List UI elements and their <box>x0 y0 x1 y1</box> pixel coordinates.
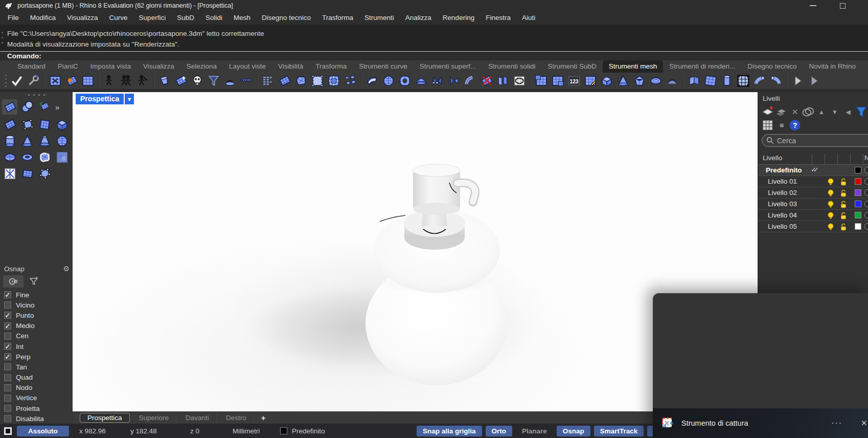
toolbar-tab-visibilità[interactable]: Visibilità <box>272 60 309 73</box>
toolbar-icon-worker[interactable] <box>135 74 150 88</box>
layer-lock-icon[interactable] <box>840 189 847 199</box>
toolbar-tab-strumenti-di-renderi-[interactable]: Strumenti di renderi... <box>663 60 741 73</box>
toolbar-icon-vp-shaded[interactable] <box>48 74 62 88</box>
palette-tab-move-mini[interactable] <box>37 99 52 115</box>
more-options-icon[interactable]: ··· <box>831 419 842 428</box>
checkbox-checked[interactable]: ✓ <box>4 343 11 350</box>
viewport-tab-destro[interactable]: Destro <box>219 413 254 422</box>
toolbar-tab-seleziona[interactable]: Seleziona <box>180 60 223 73</box>
osnap-item-punto[interactable]: ✓Punto <box>4 310 44 320</box>
toolbar-icon-runner[interactable] <box>103 74 117 88</box>
palette-icon-ellipsoid[interactable] <box>2 149 17 165</box>
toolbar-tab-standard[interactable]: Standard <box>11 60 52 73</box>
checkbox-unchecked[interactable] <box>4 374 11 381</box>
palette-icon-tilt-plane[interactable] <box>19 166 35 181</box>
units-label[interactable]: Millimetri <box>233 427 260 435</box>
status-toggle-smarttrack[interactable]: SmartTrack <box>594 426 644 436</box>
current-layer-chip[interactable]: Predefinito <box>280 427 325 435</box>
toolbar-icon-skull[interactable] <box>190 74 204 88</box>
close-icon[interactable]: ✕ <box>861 419 868 428</box>
layer-lock-icon[interactable] <box>840 223 847 232</box>
osnap-item-medio[interactable]: ✓Medio <box>4 321 44 331</box>
toolbar-icon-mesh-book[interactable] <box>687 74 701 88</box>
toolbar-icon-grid-b[interactable] <box>551 74 565 88</box>
layer-material-icon[interactable] <box>864 178 868 185</box>
toolbar-tab-novità-in-rhino[interactable]: Novità in Rhino <box>803 60 862 73</box>
layer-color-swatch[interactable] <box>855 178 861 185</box>
layer-color-swatch[interactable] <box>855 223 861 230</box>
snipping-tool-window[interactable]: Strumento di cattura ··· ✕ <box>653 293 868 438</box>
layer-filter-icon[interactable] <box>855 106 868 118</box>
layer-row-livello-04[interactable]: Livello 04 <box>759 210 868 221</box>
toolbar-icon-wrench[interactable] <box>26 74 40 88</box>
layer-color-swatch[interactable] <box>855 189 861 196</box>
osnap-item-vicino[interactable]: Vicino <box>4 300 44 310</box>
layer-row-livello-01[interactable]: Livello 01 <box>759 176 868 187</box>
palette-icon-poly-pts[interactable] <box>37 166 52 181</box>
delete-layer-icon[interactable]: ✕ <box>788 106 802 118</box>
layers-header-row[interactable]: Livello N <box>759 152 868 165</box>
layer-material-icon[interactable] <box>864 167 868 173</box>
toolbar-icon-mesh-cone[interactable] <box>616 74 630 88</box>
checkbox-unchecked[interactable] <box>4 363 11 370</box>
bw-layer-icon[interactable] <box>4 427 12 435</box>
palette-icon-trunc-cone[interactable] <box>37 133 52 148</box>
palette-icon-patch[interactable] <box>37 149 52 165</box>
layer-row-livello-02[interactable]: Livello 02 <box>759 187 868 199</box>
toolbar-icon-squash[interactable] <box>223 74 237 88</box>
coord-x[interactable]: x 982.96 <box>79 427 106 435</box>
toolbar-icon-check[interactable] <box>10 74 24 88</box>
toolbar-tab-disegno-tecnico[interactable]: Disegno tecnico <box>741 60 803 73</box>
toolbar-icon-tilt-mesh[interactable] <box>278 74 292 88</box>
menu-item-trasforma[interactable]: Trasforma <box>316 11 359 25</box>
checkbox-unchecked[interactable] <box>4 301 11 309</box>
gear-icon[interactable]: ⚙ <box>63 265 70 273</box>
layer-color-swatch[interactable] <box>855 167 861 173</box>
toolbar-icon-bend-tube[interactable] <box>463 74 477 88</box>
layer-material-icon[interactable] <box>864 189 868 196</box>
menu-item-subd[interactable]: SubD <box>171 11 200 25</box>
menu-item-modifica[interactable]: Modifica <box>25 11 61 25</box>
toolbar-grip[interactable] <box>5 75 7 87</box>
toolbar-icon-mesh-disc[interactable] <box>649 74 663 88</box>
toolbar-icon-arrow-r2[interactable] <box>807 74 821 88</box>
layers-search-input[interactable]: Cerca <box>762 134 868 147</box>
layer-material-icon[interactable] <box>864 212 868 218</box>
toolbar-icon-mesh-sphere[interactable] <box>381 74 396 88</box>
menu-item-file[interactable]: File <box>2 11 25 25</box>
toolbar-icon-mesh-gem[interactable] <box>632 74 647 88</box>
layer-lock-icon[interactable] <box>840 212 847 221</box>
osnap-item-proietta[interactable]: Proietta <box>4 403 44 413</box>
chevron-expand-icon[interactable]: » <box>55 103 59 112</box>
toolbar-icon-count-123[interactable]: 123 <box>567 74 581 88</box>
layer-on-bulb-icon[interactable] <box>827 223 834 232</box>
layer-color-swatch[interactable] <box>855 212 861 218</box>
menu-item-disegno-tecnico[interactable]: Disegno tecnico <box>256 11 316 25</box>
palette-icon-blur-sq[interactable] <box>54 149 70 165</box>
palette-icon-tilt-mesh[interactable] <box>2 117 17 132</box>
checkbox-unchecked[interactable] <box>4 384 11 391</box>
toolbar-icon-grid-frame[interactable] <box>736 74 750 88</box>
command-panel-grip[interactable] <box>2 32 3 43</box>
checkbox-checked[interactable]: ✓ <box>4 353 11 360</box>
layer-row-livello-03[interactable]: Livello 03 <box>759 199 868 210</box>
move-up-icon[interactable]: ▲ <box>815 106 828 118</box>
toolbar-icon-vp-grid[interactable] <box>81 74 95 88</box>
layer-grid-icon[interactable] <box>762 120 775 131</box>
layer-row-predefinito[interactable]: Predefinito✓✓ <box>759 165 868 176</box>
help-icon[interactable]: ? <box>788 120 802 131</box>
status-toggle-orto[interactable]: Orto <box>486 426 513 436</box>
palette-icon-surf-pts[interactable] <box>19 117 35 132</box>
toolbar-icon-curved-sheet[interactable] <box>365 74 379 88</box>
layer-on-bulb-icon[interactable] <box>827 201 834 210</box>
status-toggle-planare[interactable]: Planare <box>516 426 553 436</box>
palette-tab-tilt-mesh-sel[interactable] <box>2 99 17 115</box>
osnap-item-disabilita[interactable]: Disabilita <box>4 413 44 424</box>
palette-icon-points-box[interactable] <box>2 166 17 181</box>
osnap-item-cen[interactable]: Cen <box>4 331 44 341</box>
checkbox-unchecked[interactable] <box>4 333 11 340</box>
toolbar-icon-weld-b[interactable] <box>447 74 461 88</box>
new-sublayer-icon[interactable] <box>775 106 788 118</box>
toolbar-icon-arrow-r1[interactable] <box>791 74 805 88</box>
toolbar-icon-dot-select[interactable] <box>310 74 325 88</box>
